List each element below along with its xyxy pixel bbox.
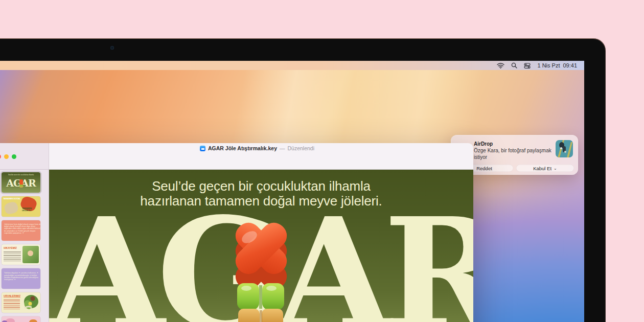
slide-thumbnail-3[interactable]: Jölelerimiz hem doğal olarak vegan hem d… [2, 220, 40, 241]
menu-bar-clock[interactable]: 1 Nis Pzt 09:41 [537, 62, 577, 68]
keynote-window: AGAR Jöle Atıştırmalık.key — Düzenlendi … [0, 143, 473, 322]
shared-photo-thumbnail [556, 140, 573, 157]
thumb-badge: TAMAMEN DOĞAL [3, 198, 20, 200]
thumb-title: ÜRÜNLERİMİZ [4, 295, 20, 297]
orange-gummy-shape [29, 319, 37, 322]
window-title-group: AGAR Jöle Atıştırmalık.key — Düzenlendi [200, 145, 314, 151]
search-icon[interactable] [511, 62, 517, 68]
wifi-icon[interactable] [497, 63, 504, 68]
slide-canvas[interactable]: Seul’de geçen bir çocukluktan ilhamla ha… [49, 170, 473, 322]
display-bezel: 1 Nis Pzt 09:41 AirDrop Özge Kara, bir f… [0, 38, 606, 322]
thumb-body-text: Tatlılara duyulan ✦ çocuksu tutkunun, ✦ … [4, 272, 40, 281]
slide-thumbnail-1[interactable]: Seul’de geçen bir çocukluktan ilhamla AG… [2, 172, 40, 193]
marketing-pink-frame: 1 Nis Pzt 09:41 AirDrop Özge Kara, bir f… [0, 0, 644, 322]
zoom-window-button[interactable] [12, 154, 16, 159]
window-title: AGAR Jöle Atıştırmalık.key [208, 145, 277, 151]
thumb-text-lines [4, 298, 20, 310]
clock-time: 09:41 [563, 62, 577, 68]
clock-date: 1 Nis Pzt [537, 62, 560, 68]
accept-button[interactable]: Kabul Et ⌄ [516, 165, 574, 172]
thumb-text-lines [4, 250, 21, 262]
thumb-candy [19, 179, 23, 188]
title-separator: — [280, 145, 285, 151]
accept-label: Kabul Et [533, 166, 551, 171]
thumb-badge: TAMAMEN LEZZETLİ [22, 208, 32, 212]
screen: 1 Nis Pzt 09:41 AirDrop Özge Kara, bir f… [0, 61, 584, 322]
control-center-icon[interactable] [524, 63, 531, 68]
slide-thumbnail-7[interactable] [2, 316, 40, 322]
minimize-button[interactable] [4, 154, 9, 159]
thumb-title: HİKAYEMİZ [4, 247, 17, 249]
slide-thumbnail-4[interactable]: HİKAYEMİZ [2, 244, 40, 265]
slide-thumbnail-2[interactable]: TAMAMEN DOĞAL TAMAMEN LEZZETLİ [2, 196, 40, 217]
edited-status: Düzenlendi [288, 145, 315, 151]
menu-bar: 1 Nis Pzt 09:41 [0, 61, 584, 70]
jelly-candy-stack[interactable] [213, 217, 310, 322]
notification-message: Özge Kara, bir fotoğraf paylaşmak istiyo… [474, 148, 551, 160]
facetime-camera [110, 46, 114, 50]
thumb-body-text: Jölelerimiz hem doğal olarak vegan hem d… [4, 223, 40, 234]
thumb-heading: Seul’de geçen bir çocukluktan ilhamla [2, 174, 40, 175]
slide-thumbnail-6[interactable]: ÜRÜNLERİMİZ [2, 292, 40, 313]
thumb-illustration [22, 293, 39, 312]
tan-gummy-shape [4, 201, 19, 215]
chevron-down-icon: ⌄ [554, 166, 557, 171]
notification-title: AirDrop [474, 141, 493, 147]
slide-thumbnail-5[interactable]: Tatlılara duyulan ✦ çocuksu tutkunun, ✦ … [2, 268, 40, 289]
thumb-photo [22, 246, 39, 263]
keynote-app-icon [200, 146, 205, 151]
decline-label: Reddet [476, 166, 492, 171]
